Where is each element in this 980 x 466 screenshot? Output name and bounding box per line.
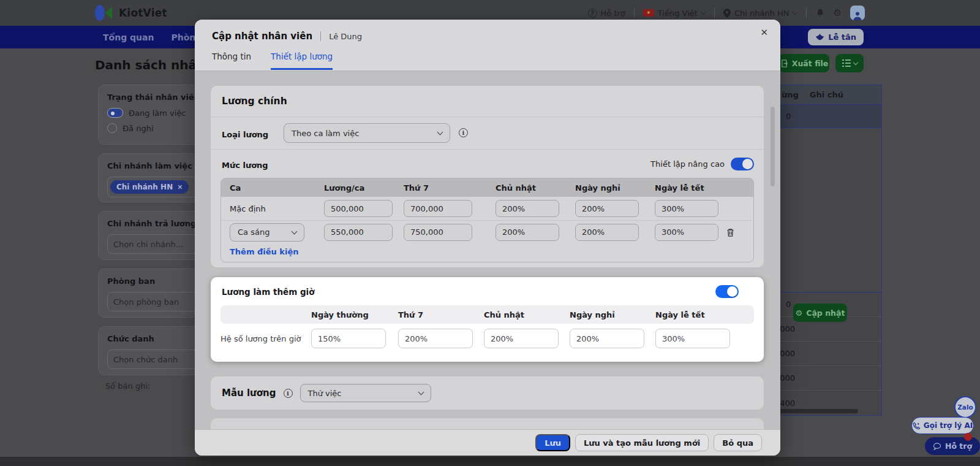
sunday-coefficient-input[interactable] — [484, 329, 559, 348]
phone-icon — [913, 422, 921, 430]
zalo-button[interactable]: Zalo — [954, 396, 976, 418]
modal-title: Cập nhật nhân viên — [212, 31, 312, 42]
next-section-partial — [211, 418, 764, 429]
divider — [211, 116, 764, 117]
employee-name: Lê Dung — [329, 32, 362, 41]
saturday-coefficient-input[interactable] — [398, 329, 473, 348]
divider — [806, 8, 807, 18]
delete-row-trash-icon[interactable] — [726, 227, 735, 237]
branch-chip[interactable]: Chi nhánh HN ✕ — [110, 180, 189, 194]
nav-item-overview[interactable]: Tổng quan — [103, 32, 154, 42]
skip-button[interactable]: Bỏ qua — [714, 434, 762, 451]
section-title: Lương chính — [222, 96, 287, 107]
ai-assistant-call-button[interactable]: Gọi trợ lý AI — [911, 417, 974, 434]
info-icon[interactable]: i — [459, 128, 468, 137]
filter-card-status: Trạng thái nhân viên Đang làm việc Đã ng… — [98, 85, 208, 145]
settings-gear-icon[interactable]: ⚙ — [834, 9, 842, 18]
salary-type-select[interactable]: Theo ca làm việc — [284, 123, 450, 143]
modal-scrollbar[interactable] — [771, 107, 775, 186]
table-header-row: Ngày thường Thứ 7 Chủ nhật Ngày nghỉ Ngà… — [221, 305, 754, 324]
language-selector[interactable]: ★ Tiếng Việt — [643, 9, 706, 18]
overtime-table: Ngày thường Thứ 7 Chủ nhật Ngày nghỉ Ngà… — [221, 305, 754, 353]
reception-button[interactable]: Lễ tân — [808, 29, 864, 45]
location-pin-icon — [723, 9, 731, 18]
sunday-rate-input[interactable] — [496, 224, 559, 241]
divider — [634, 8, 635, 18]
salary-rate-table: Ca Lương/ca Thứ 7 Chủ nhật Ngày nghỉ Ngà… — [221, 178, 754, 262]
chevron-down-icon — [700, 9, 706, 15]
job-title-input[interactable]: Chọn chức danh — [107, 350, 199, 369]
radio-option-quit[interactable]: Đã nghỉ — [107, 123, 199, 133]
holiday-rate-input[interactable] — [655, 224, 718, 241]
pay-branch-input[interactable]: Chọn chi nhánh... — [107, 234, 199, 254]
divider — [320, 31, 321, 41]
main-salary-section: Lương chính Loại lương Theo ca làm việc … — [211, 86, 764, 267]
vietnam-flag-icon: ★ — [643, 9, 654, 17]
overtime-toggle[interactable] — [715, 285, 739, 298]
table-row-default-shift: Mặc định — [221, 197, 753, 220]
kiotviet-logo: KiotViet — [95, 4, 167, 21]
filter-label: Chức danh — [107, 334, 199, 343]
advanced-setup-toggle[interactable] — [731, 158, 754, 170]
overtime-salary-section: Lương làm thêm giờ Ngày thường Thứ 7 Chủ… — [211, 277, 764, 362]
kiotviet-logo-icon — [95, 4, 115, 21]
export-file-button[interactable]: Xuất file — [779, 54, 829, 72]
chevron-down-icon — [792, 9, 798, 15]
modal-header: Cập nhật nhân viên Lê Dung ✕ Thông tin T… — [195, 20, 780, 71]
weekday-coefficient-input[interactable] — [311, 329, 386, 348]
modal-body: Lương chính Loại lương Theo ca làm việc … — [195, 71, 780, 429]
divider — [714, 8, 715, 18]
dayoff-coefficient-input[interactable] — [570, 329, 644, 348]
info-icon[interactable]: i — [284, 389, 293, 398]
divider — [211, 149, 764, 150]
holiday-rate-input[interactable] — [655, 200, 718, 217]
user-avatar[interactable] — [850, 6, 865, 20]
update-button[interactable]: ⚙ Cập nhật — [793, 304, 847, 322]
section-title: Lương làm thêm giờ — [222, 287, 315, 297]
saturday-rate-input[interactable] — [404, 200, 472, 217]
gear-icon: ⚙ — [796, 309, 803, 317]
branch-selector[interactable]: Chi nhánh HN — [723, 9, 797, 18]
saturday-rate-input[interactable] — [404, 224, 472, 241]
topbar-help[interactable]: ? Hỗ trợ — [588, 9, 625, 18]
chevron-down-icon — [292, 228, 298, 234]
salary-template-section: Mẫu lương i Thử việc — [211, 376, 764, 410]
tab-info[interactable]: Thông tin — [212, 52, 251, 70]
notifications-bell-icon[interactable] — [815, 8, 825, 18]
department-input[interactable]: Chọn phòng ban — [107, 292, 199, 311]
shift-select[interactable]: Ca sáng — [230, 223, 304, 242]
filter-label: Chi nhánh trả lương — [107, 219, 199, 228]
filter-label: Trạng thái nhân viên — [107, 93, 199, 102]
filter-card-work-branch: Chi nhánh làm việc Chi nhánh HN ✕ — [98, 153, 208, 202]
radio-option-working[interactable]: Đang làm việc — [107, 108, 199, 118]
sunday-rate-input[interactable] — [496, 200, 559, 217]
spa-icon — [815, 33, 824, 41]
chevron-down-icon — [418, 389, 424, 395]
records-count-label: Số bản ghi: — [105, 381, 150, 391]
holiday-coefficient-input[interactable] — [655, 329, 730, 348]
template-select[interactable]: Thử việc — [300, 384, 431, 402]
salary-type-label: Loại lương — [222, 130, 268, 139]
support-chat-button[interactable]: Hỗ trợ — [925, 437, 980, 455]
salary-per-shift-input[interactable] — [324, 224, 393, 241]
filter-label: Phòng ban — [107, 277, 199, 286]
save-and-create-template-button[interactable]: Lưu và tạo mẫu lương mới — [575, 434, 709, 451]
page-bottom-strip — [0, 457, 980, 466]
column-settings-button[interactable] — [835, 54, 864, 72]
close-icon[interactable]: ✕ — [760, 27, 768, 38]
chevron-down-icon — [437, 129, 443, 136]
save-button[interactable]: Lưu — [535, 434, 570, 451]
dayoff-rate-input[interactable] — [575, 224, 639, 241]
tab-salary-setup[interactable]: Thiết lập lương — [271, 52, 333, 70]
chip-remove-icon[interactable]: ✕ — [177, 183, 183, 191]
salary-per-shift-input[interactable] — [324, 200, 393, 217]
help-icon: ? — [588, 9, 597, 18]
update-employee-modal: Cập nhật nhân viên Lê Dung ✕ Thông tin T… — [195, 20, 780, 456]
salary-rate-label: Mức lương — [222, 161, 268, 170]
work-branch-input[interactable]: Chi nhánh HN ✕ — [107, 177, 199, 197]
notification-dot — [964, 433, 972, 441]
dayoff-rate-input[interactable] — [575, 200, 639, 217]
filter-card-job-title: Chức danh Chọn chức danh — [98, 326, 208, 375]
filter-card-pay-branch: Chi nhánh trả lương Chọn chi nhánh... — [98, 211, 208, 260]
add-condition-link[interactable]: Thêm điều kiện — [230, 247, 299, 256]
